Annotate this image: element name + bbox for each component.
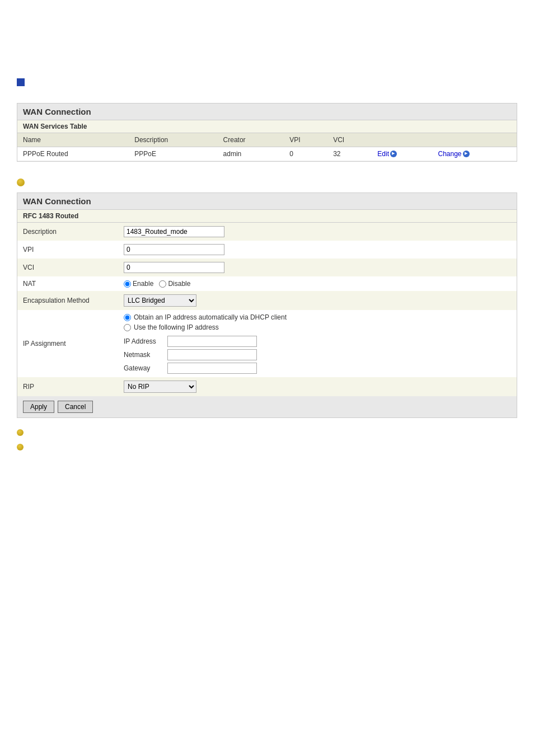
blue-square-indicator — [17, 78, 25, 86]
ip-manual-option: Use the following IP address — [124, 323, 511, 331]
col-description: Description — [129, 133, 217, 147]
nat-enable-label[interactable]: Enable — [124, 280, 153, 288]
apply-button[interactable]: Apply — [23, 401, 54, 413]
form-row-vci: VCI — [17, 259, 517, 276]
wan-services-label: WAN Services Table — [17, 120, 517, 133]
form-row-encap: Encapsulation Method LLC Bridged LLC Rou… — [17, 291, 517, 310]
gateway-label: Gateway — [124, 364, 163, 372]
row-description: PPPoE — [129, 147, 217, 161]
description-input[interactable] — [124, 226, 224, 237]
wan-services-table: Name Description Creator VPI VCI PPPoE R… — [17, 133, 517, 161]
form-row-vpi: VPI — [17, 241, 517, 259]
page-wrapper: WAN Connection WAN Services Table Name D… — [0, 0, 534, 465]
table-row: PPPoE Routed PPPoE admin 0 32 Edit Chang… — [17, 147, 517, 161]
form-row-description: Description — [17, 223, 517, 241]
col-vci: VCI — [327, 133, 372, 147]
ip-manual-text: Use the following IP address — [134, 323, 219, 331]
netmask-label: Netmask — [124, 351, 163, 359]
ip-assignment-value-cell: Obtain an IP address automatically via D… — [118, 310, 517, 377]
vci-value-cell — [118, 259, 517, 276]
col-creator: Creator — [218, 133, 284, 147]
nat-enable-radio[interactable] — [124, 280, 131, 288]
netmask-row: Netmask — [124, 349, 511, 360]
ip-manual-radio[interactable] — [124, 324, 131, 331]
ip-dhcp-option: Obtain an IP address automatically via D… — [124, 313, 511, 321]
rfc-form-table: Description VPI VCI — [17, 223, 517, 396]
ip-dhcp-radio[interactable] — [124, 314, 131, 321]
form-row-rip: RIP No RIP RIPv1 RIPv2 — [17, 377, 517, 396]
ip-address-input[interactable] — [167, 336, 257, 347]
rfc-section-header: WAN Connection — [17, 193, 517, 210]
col-edit — [372, 133, 432, 147]
nat-radio-group: Enable Disable — [124, 280, 511, 288]
encap-select[interactable]: LLC Bridged LLC Routed VC Bridged VC Rou… — [124, 294, 196, 307]
ip-dhcp-text: Obtain an IP address automatically via D… — [134, 313, 287, 321]
ip-address-label: IP Address — [124, 337, 163, 345]
ip-manual-fields: IP Address Netmask Gateway — [124, 336, 511, 374]
rfc-title: WAN Connection — [23, 196, 91, 206]
form-row-nat: NAT Enable Disable — [17, 276, 517, 291]
vci-input[interactable] — [124, 262, 224, 273]
edit-arrow-icon — [390, 151, 397, 157]
ip-address-row: IP Address — [124, 336, 511, 347]
gateway-row: Gateway — [124, 363, 511, 374]
nat-disable-label[interactable]: Disable — [159, 280, 190, 288]
nat-disable-text: Disable — [168, 280, 190, 288]
edit-label: Edit — [377, 150, 389, 158]
description-label: Description — [17, 223, 118, 241]
change-button[interactable]: Change — [438, 150, 470, 158]
gold-bullet-icon — [17, 179, 25, 186]
row-vpi: 0 — [284, 147, 327, 161]
nat-disable-radio[interactable] — [159, 280, 166, 288]
wan-connection-table-section: WAN Connection WAN Services Table Name D… — [17, 103, 517, 162]
form-row-ip: IP Assignment Obtain an IP address autom… — [17, 310, 517, 377]
col-change — [433, 133, 517, 147]
description-value-cell — [118, 223, 517, 241]
vpi-input[interactable] — [124, 244, 224, 255]
top-spacer — [17, 11, 517, 78]
row-creator: admin — [218, 147, 284, 161]
ip-assignment-options: Obtain an IP address automatically via D… — [124, 313, 511, 374]
rfc-subtitle: RFC 1483 Routed — [17, 210, 517, 223]
vpi-label: VPI — [17, 241, 118, 259]
vci-label: VCI — [17, 259, 118, 276]
row-name: PPPoE Routed — [17, 147, 129, 161]
wan-table-section-header: WAN Connection — [17, 104, 517, 120]
edit-cell: Edit — [372, 147, 432, 161]
vpi-value-cell — [118, 241, 517, 259]
netmask-input[interactable] — [167, 349, 257, 360]
rip-select[interactable]: No RIP RIPv1 RIPv2 — [124, 381, 196, 393]
change-label: Change — [438, 150, 462, 158]
cancel-button[interactable]: Cancel — [58, 401, 93, 413]
ip-assignment-label: IP Assignment — [17, 310, 118, 377]
change-arrow-icon — [463, 151, 470, 157]
nat-value-cell: Enable Disable — [118, 276, 517, 291]
gold-bullet-icon-3 — [17, 444, 24, 450]
encap-label: Encapsulation Method — [17, 291, 118, 310]
rip-value-cell: No RIP RIPv1 RIPv2 — [118, 377, 517, 396]
rip-label: RIP — [17, 377, 118, 396]
form-footer: Apply Cancel — [17, 396, 517, 417]
wan-table-title: WAN Connection — [23, 107, 91, 116]
encap-value-cell: LLC Bridged LLC Routed VC Bridged VC Rou… — [118, 291, 517, 310]
change-cell: Change — [433, 147, 517, 161]
edit-button[interactable]: Edit — [377, 150, 397, 158]
row-vci: 32 — [327, 147, 372, 161]
nat-label: NAT — [17, 276, 118, 291]
nat-enable-text: Enable — [133, 280, 153, 288]
col-vpi: VPI — [284, 133, 327, 147]
gateway-input[interactable] — [167, 363, 257, 374]
col-name: Name — [17, 133, 129, 147]
bottom-bullets — [17, 429, 517, 454]
gold-bullet-icon-2 — [17, 429, 24, 436]
rfc-section: WAN Connection RFC 1483 Routed Descripti… — [17, 192, 517, 418]
